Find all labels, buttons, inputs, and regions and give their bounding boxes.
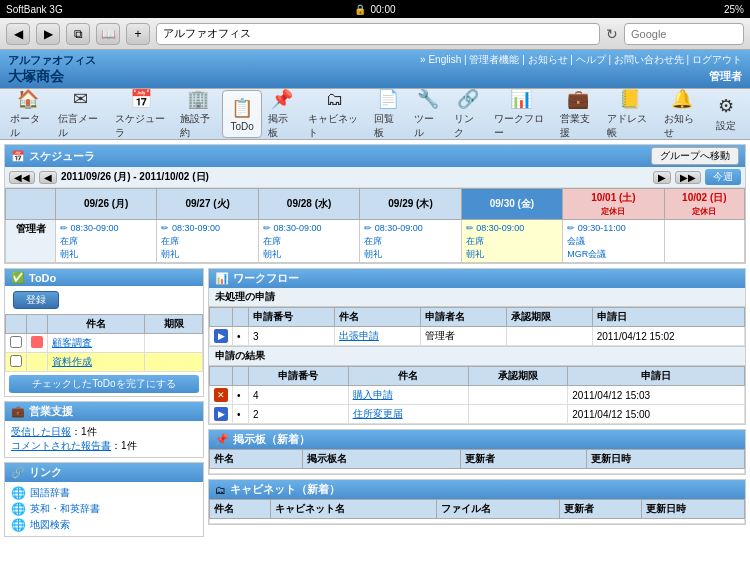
workflow-label: ワークフロー xyxy=(494,112,548,140)
schedule-cell-admin-sat[interactable]: ✏ 09:30-11:00会議MGR会議 xyxy=(563,220,664,263)
cabinet-file-col: ファイル名 xyxy=(436,500,560,519)
nav-mail[interactable]: ✉ 伝言メール xyxy=(52,90,109,138)
bottom-section: ✅ ToDo 登録 件名 期限 xyxy=(4,268,746,563)
links-nav-label: リンク xyxy=(454,112,482,140)
nav-circulation[interactable]: 📄 回覧板 xyxy=(368,90,408,138)
link-item-2[interactable]: 🌐 英和・和英辞書 xyxy=(11,501,197,517)
wfr-bullet-2: • xyxy=(233,405,249,424)
todo-checkbox-2[interactable] xyxy=(10,355,22,367)
nav-cabinet[interactable]: 🗂 キャビネット xyxy=(302,90,368,138)
admin-func-link[interactable]: 管理者機能 xyxy=(469,54,519,65)
wfr-name-1[interactable]: 購入申請 xyxy=(348,386,468,405)
reload-button[interactable]: ↻ xyxy=(606,26,618,42)
app-title: アルファオフィス 大塚商会 xyxy=(8,53,96,85)
schedule-cell-admin-fri[interactable]: ✏ 08:30-09:00在席朝礼 xyxy=(461,220,562,263)
nav-facility[interactable]: 🏢 施設予約 xyxy=(174,90,222,138)
add-tab-button[interactable]: + xyxy=(126,23,150,45)
schedule-cell-admin-thu[interactable]: ✏ 08:30-09:00在席朝礼 xyxy=(360,220,461,263)
schedule-prev-button[interactable]: ◀ xyxy=(39,171,57,184)
todo-name-2[interactable]: 資料作成 xyxy=(48,353,145,372)
inquiry-link[interactable]: お問い合わせ先 xyxy=(614,54,684,65)
cabinet-label: キャビネット xyxy=(308,112,362,140)
move-group-button[interactable]: グループへ移動 xyxy=(651,147,739,165)
cabinet-empty-row xyxy=(210,519,745,524)
todo-section-icon: ✅ xyxy=(11,271,25,284)
schedule-entry: ✏ 08:30-09:00在席朝礼 xyxy=(263,222,355,260)
workflow-icon: 📊 xyxy=(510,88,532,110)
schedule-cell-admin-sun xyxy=(664,220,744,263)
link-item-1[interactable]: 🌐 国語辞書 xyxy=(11,485,197,501)
settings-label: 設定 xyxy=(716,119,736,133)
todo-check-1[interactable] xyxy=(6,334,27,353)
cabinet-icon: 🗂 xyxy=(326,89,344,110)
nav-notice[interactable]: 🔔 お知らせ xyxy=(658,90,706,138)
nav-links[interactable]: 🔗 リンク xyxy=(448,90,488,138)
wfr-name-2[interactable]: 住所変更届 xyxy=(348,405,468,424)
nav-todo[interactable]: 📋 ToDo xyxy=(222,90,262,138)
portal-icon: 🏠 xyxy=(17,88,39,110)
todo-register-button[interactable]: 登録 xyxy=(13,291,59,309)
link-item-3[interactable]: 🌐 地図検索 xyxy=(11,517,197,533)
schedule-col-mon: 09/26 (月) xyxy=(56,189,157,220)
wf-result-row-1: ✕ • 4 購入申請 2011/04/12 15:03 xyxy=(210,386,745,405)
todo-link-2[interactable]: 資料作成 xyxy=(52,356,92,367)
nav-settings[interactable]: ⚙ 設定 xyxy=(706,90,746,138)
globe-icon-2: 🌐 xyxy=(11,502,26,516)
received-report-link[interactable]: 受信した日報 xyxy=(11,426,71,437)
todo-name-1[interactable]: 顧客調査 xyxy=(48,334,145,353)
bulletin-section-icon: 📌 xyxy=(215,433,229,446)
schedule-cell-admin-tue[interactable]: ✏ 08:30-09:00在席朝礼 xyxy=(157,220,258,263)
bulletin-empty-row xyxy=(210,469,745,474)
logout-link[interactable]: ログアウト xyxy=(692,54,742,65)
commented-report-link[interactable]: コメントされた報告書 xyxy=(11,440,111,451)
sales-section-icon: 💼 xyxy=(11,405,25,418)
cabinet-section-title: キャビネット（新着） xyxy=(230,482,340,497)
schedule-col-thu: 09/29 (木) xyxy=(360,189,461,220)
tab-button[interactable]: ⧉ xyxy=(66,23,90,45)
todo-check-2[interactable] xyxy=(6,353,27,372)
todo-label: ToDo xyxy=(230,121,253,132)
nav-bulletin[interactable]: 📌 掲示板 xyxy=(262,90,302,138)
todo-section: ✅ ToDo 登録 件名 期限 xyxy=(4,268,204,397)
schedule-table: 09/26 (月) 09/27 (火) 09/28 (水) 09/29 (木) … xyxy=(5,188,745,263)
wf-name-1[interactable]: 出張申請 xyxy=(334,327,420,346)
cabinet-cabinet-col: キャビネット名 xyxy=(270,500,436,519)
todo-deadline-col: 期限 xyxy=(145,315,203,334)
schedule-cell-admin-wed[interactable]: ✏ 08:30-09:00在席朝礼 xyxy=(258,220,359,263)
nav-address[interactable]: 📒 アドレス帳 xyxy=(601,90,658,138)
today-button[interactable]: 今週 xyxy=(705,169,741,185)
bookmarks-button[interactable]: 📖 xyxy=(96,23,120,45)
schedule-prev-prev-button[interactable]: ◀◀ xyxy=(9,171,35,184)
wfr-appno-1: 4 xyxy=(249,386,349,405)
schedule-next-button[interactable]: ▶ xyxy=(653,171,671,184)
todo-name-col: 件名 xyxy=(48,315,145,334)
notice-link[interactable]: お知らせ xyxy=(528,54,568,65)
wfr-appno-2: 2 xyxy=(249,405,349,424)
nav-tools[interactable]: 🔧 ツール xyxy=(408,90,448,138)
english-link[interactable]: English xyxy=(428,54,461,65)
cabinet-section-icon: 🗂 xyxy=(215,484,226,496)
schedule-col-sat: 10/01 (土)定休日 xyxy=(563,189,664,220)
search-bar[interactable] xyxy=(624,23,744,45)
nav-sales[interactable]: 💼 営業支援 xyxy=(554,90,602,138)
forward-button[interactable]: ▶ xyxy=(36,23,60,45)
bulletin-section-title: 掲示板（新着） xyxy=(233,432,310,447)
facility-icon: 🏢 xyxy=(187,88,209,110)
company-name: 大塚商会 xyxy=(8,67,96,85)
help-link[interactable]: ヘルプ xyxy=(576,54,606,65)
wf-icon-1: ▶ xyxy=(210,327,233,346)
back-button[interactable]: ◀ xyxy=(6,23,30,45)
todo-link-1[interactable]: 顧客調査 xyxy=(52,337,92,348)
nav-workflow[interactable]: 📊 ワークフロー xyxy=(488,90,554,138)
address-bar[interactable] xyxy=(156,23,600,45)
todo-complete-button[interactable]: チェックしたToDoを完了にする xyxy=(9,375,199,393)
globe-icon-1: 🌐 xyxy=(11,486,26,500)
todo-checkbox-1[interactable] xyxy=(10,336,22,348)
schedule-cell-admin-mon[interactable]: ✏ 08:30-09:00在席朝礼 xyxy=(56,220,157,263)
nav-portal[interactable]: 🏠 ポータル xyxy=(4,90,52,138)
todo-priority-1 xyxy=(27,334,48,353)
nav-scheduler[interactable]: 📅 スケジューラ xyxy=(109,90,175,138)
schedule-section: 📅 スケジューラ グループへ移動 ◀◀ ◀ 2011/09/26 (月) - 2… xyxy=(4,144,746,264)
mail-label: 伝言メール xyxy=(58,112,103,140)
schedule-next-next-button[interactable]: ▶▶ xyxy=(675,171,701,184)
